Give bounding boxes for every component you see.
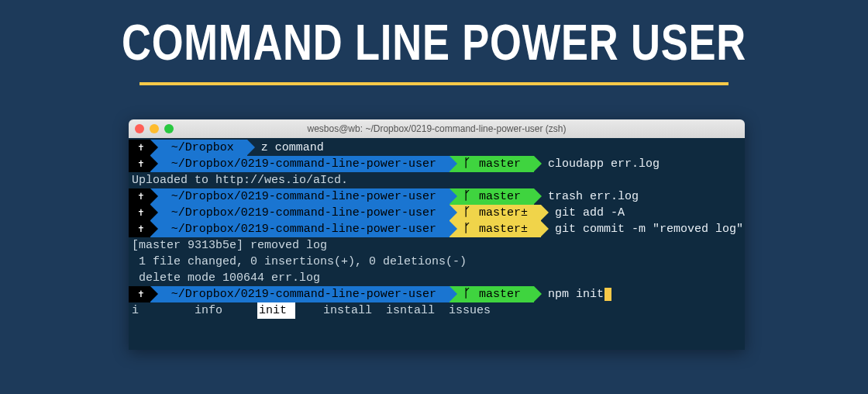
completion-selected: init bbox=[257, 302, 295, 319]
prompt-branch-segment: ᚴ master bbox=[450, 188, 534, 205]
prompt-branch-segment: ᚴ master± bbox=[450, 205, 541, 221]
prompt-status-segment: ✝ bbox=[129, 156, 150, 172]
prompt-path-segment: ~/Dropbox/0219-command-line-power-user bbox=[150, 205, 450, 221]
terminal-command: git commit -m "removed log" bbox=[541, 221, 743, 237]
prompt-status-segment: ✝ bbox=[129, 286, 150, 302]
terminal-command: git add -A bbox=[541, 205, 625, 221]
prompt-path-segment: ~/Dropbox/0219-command-line-power-user bbox=[150, 156, 450, 172]
terminal-cursor bbox=[604, 288, 611, 301]
terminal-command: z command bbox=[247, 140, 324, 156]
prompt-status-segment: ✝ bbox=[129, 188, 150, 205]
terminal-command: cloudapp err.log bbox=[534, 156, 660, 172]
prompt-branch-segment: ᚴ master± bbox=[450, 221, 541, 237]
terminal-prompt-line: ✝ ~/Dropbox/0219-command-line-power-user… bbox=[129, 205, 745, 221]
terminal-output-line: [master 9313b5e] removed log bbox=[129, 237, 745, 254]
prompt-path-segment: ~/Dropbox/0219-command-line-power-user bbox=[150, 188, 450, 205]
terminal-output-line: 1 file changed, 0 insertions(+), 0 delet… bbox=[129, 254, 745, 270]
prompt-path-segment: ~/Dropbox bbox=[150, 140, 247, 156]
terminal-prompt-line: ✝ ~/Dropbox/0219-command-line-power-user… bbox=[129, 188, 745, 205]
prompt-path-segment: ~/Dropbox/0219-command-line-power-user bbox=[150, 286, 450, 302]
title-underline bbox=[140, 82, 728, 85]
prompt-path-segment: ~/Dropbox/0219-command-line-power-user bbox=[150, 221, 450, 237]
window-title: wesbos@wb: ~/Dropbox/0219-command-line-p… bbox=[129, 123, 745, 134]
terminal-command: trash err.log bbox=[534, 188, 639, 205]
terminal-output-line: Uploaded to http://wes.io/aIcd. bbox=[129, 172, 745, 188]
page-title: COMMAND LINE POWER USER bbox=[78, 14, 790, 71]
prompt-status-segment: ✝ bbox=[129, 221, 150, 237]
prompt-status-segment: ✝ bbox=[129, 140, 150, 156]
tab-completions: i info init install isntall issues bbox=[129, 302, 745, 319]
prompt-status-segment: ✝ bbox=[129, 205, 150, 221]
window-titlebar[interactable]: wesbos@wb: ~/Dropbox/0219-command-line-p… bbox=[129, 119, 745, 138]
terminal-prompt-line: ✝ ~/Dropbox z command bbox=[129, 140, 745, 156]
terminal-prompt-line: ✝ ~/Dropbox/0219-command-line-power-user… bbox=[129, 156, 745, 172]
terminal-prompt-line: ✝ ~/Dropbox/0219-command-line-power-user… bbox=[129, 221, 745, 237]
terminal-prompt-line: ✝ ~/Dropbox/0219-command-line-power-user… bbox=[129, 286, 745, 302]
terminal-output-line: delete mode 100644 err.log bbox=[129, 270, 745, 286]
terminal-window: wesbos@wb: ~/Dropbox/0219-command-line-p… bbox=[129, 119, 745, 350]
prompt-branch-segment: ᚴ master bbox=[450, 156, 534, 172]
prompt-branch-segment: ᚴ master bbox=[450, 286, 534, 302]
terminal-body[interactable]: ✝ ~/Dropbox z command✝ ~/Dropbox/0219-co… bbox=[129, 138, 745, 319]
terminal-command: npm init bbox=[534, 286, 611, 302]
